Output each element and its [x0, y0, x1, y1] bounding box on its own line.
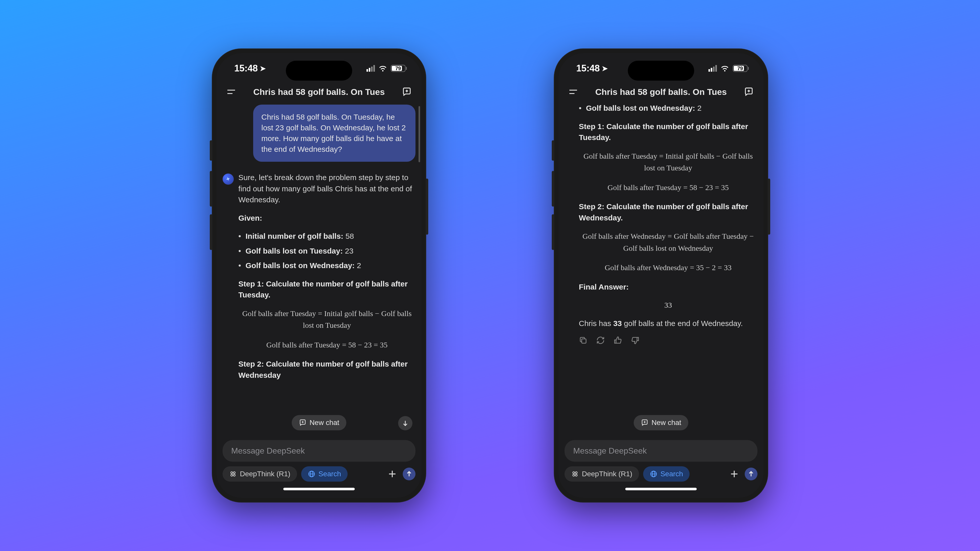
status-time: 15:48	[576, 63, 600, 74]
phone-frame-right: 15:48 ➤ 79 Chris had 58 golf balls. On T…	[554, 48, 768, 503]
message-input[interactable]: Message DeepSeek	[565, 440, 757, 462]
final-answer-label: Final Answer:	[579, 283, 629, 291]
chat-header: Chris had 58 golf balls. On Tues	[558, 84, 764, 105]
given-label: Given:	[239, 214, 262, 222]
equation: Golf balls after Tuesday = Initial golf …	[239, 308, 415, 331]
side-button	[210, 171, 212, 206]
side-button	[552, 171, 554, 206]
svg-point-7	[231, 472, 233, 474]
svg-point-8	[233, 472, 235, 474]
send-button[interactable]	[745, 468, 757, 480]
step-heading: Step 2: Calculate the number of golf bal…	[239, 360, 407, 380]
attach-button[interactable]	[728, 468, 741, 480]
step-heading: Step 1: Calculate the number of golf bal…	[579, 122, 748, 142]
side-button	[552, 140, 554, 161]
new-chat-button[interactable]: New chat	[634, 415, 689, 430]
search-toggle[interactable]: Search	[301, 466, 348, 482]
location-icon: ➤	[602, 64, 608, 73]
home-indicator[interactable]	[625, 488, 697, 490]
new-chat-button[interactable]: New chat	[292, 415, 347, 430]
final-answer-value: 33	[579, 300, 757, 311]
assistant-message: Sure, let's break down the problem step …	[239, 172, 415, 388]
deepthink-toggle[interactable]: DeepThink (R1)	[565, 466, 639, 482]
scrollbar-thumb[interactable]	[418, 106, 420, 162]
list-item: Golf balls lost on Wednesday: 2	[239, 260, 415, 271]
new-conversation-button[interactable]	[401, 86, 412, 97]
svg-point-10	[233, 474, 235, 476]
side-button	[768, 179, 770, 235]
side-button	[210, 214, 212, 250]
message-input[interactable]: Message DeepSeek	[223, 440, 415, 462]
status-time: 15:48	[234, 63, 258, 74]
thumbs-up-button[interactable]	[614, 336, 622, 345]
new-chat-label: New chat	[310, 419, 339, 427]
list-item: Golf balls lost on Tuesday: 23	[239, 245, 415, 257]
svg-point-30	[573, 474, 575, 476]
equation: Golf balls after Tuesday = Initial golf …	[579, 150, 757, 174]
assistant-avatar: ✦	[223, 173, 234, 185]
chat-title: Chris had 58 golf balls. On Tues	[237, 87, 401, 97]
dynamic-island	[628, 61, 694, 81]
list-item: Initial number of golf balls: 58	[239, 230, 415, 242]
equation: Golf balls after Tuesday = 58 − 23 = 35	[239, 339, 415, 351]
svg-point-29	[575, 472, 577, 474]
search-label: Search	[318, 470, 341, 478]
svg-point-9	[231, 474, 233, 476]
regenerate-button[interactable]	[596, 336, 605, 345]
attach-button[interactable]	[386, 468, 399, 480]
chat-content[interactable]: Golf balls lost on Wednesday: 2 Step 1: …	[558, 105, 764, 436]
user-message: Chris had 58 golf balls. On Tuesday, he …	[253, 105, 415, 162]
location-icon: ➤	[260, 64, 266, 73]
chat-header: Chris had 58 golf balls. On Tues	[216, 84, 422, 105]
home-indicator[interactable]	[283, 488, 355, 490]
new-chat-label: New chat	[652, 419, 681, 427]
chat-content[interactable]: Chris had 58 golf balls. On Tuesday, he …	[216, 105, 422, 436]
assistant-message: Golf balls lost on Wednesday: 2 Step 1: …	[565, 105, 757, 345]
svg-point-31	[575, 474, 577, 476]
svg-point-28	[573, 472, 575, 474]
scroll-to-bottom-button[interactable]	[398, 416, 412, 430]
list-item: Golf balls lost on Wednesday: 2	[579, 105, 757, 114]
copy-button[interactable]	[579, 336, 587, 345]
deepthink-label: DeepThink (R1)	[240, 470, 290, 478]
menu-button[interactable]	[226, 86, 237, 97]
search-label: Search	[660, 470, 683, 478]
side-button	[552, 214, 554, 250]
deepthink-label: DeepThink (R1)	[582, 470, 632, 478]
menu-button[interactable]	[568, 86, 579, 97]
battery-icon: 79	[733, 65, 749, 72]
side-button	[426, 179, 428, 235]
battery-icon: 79	[391, 65, 407, 72]
side-button	[210, 140, 212, 161]
svg-rect-25	[582, 339, 586, 343]
equation: Golf balls after Tuesday = 58 − 23 = 35	[579, 182, 757, 194]
equation: Golf balls after Wednesday = Golf balls …	[579, 230, 757, 254]
thumbs-down-button[interactable]	[631, 336, 640, 345]
send-button[interactable]	[403, 468, 415, 480]
wifi-icon	[379, 63, 387, 74]
phone-frame-left: 15:48 ➤ 79 Chris had 58 golf balls. On T…	[212, 48, 426, 503]
step-heading: Step 2: Calculate the number of golf bal…	[579, 202, 748, 222]
equation: Golf balls after Wednesday = 35 − 2 = 33	[579, 262, 757, 274]
search-toggle[interactable]: Search	[643, 466, 690, 482]
deepthink-toggle[interactable]: DeepThink (R1)	[223, 466, 297, 482]
chat-title: Chris had 58 golf balls. On Tues	[579, 87, 743, 97]
assistant-intro: Sure, let's break down the problem step …	[239, 172, 415, 205]
step-heading: Step 1: Calculate the number of golf bal…	[239, 279, 407, 299]
signal-icon	[366, 65, 375, 72]
conclusion: Chris has 33 golf balls at the end of We…	[579, 318, 757, 329]
wifi-icon	[721, 63, 729, 74]
new-conversation-button[interactable]	[743, 86, 754, 97]
dynamic-island	[286, 61, 352, 81]
signal-icon	[708, 65, 717, 72]
